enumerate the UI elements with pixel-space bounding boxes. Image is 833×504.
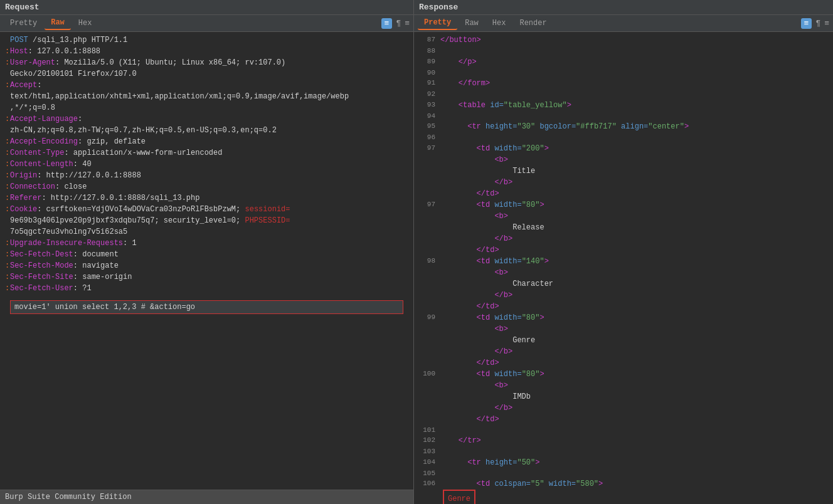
- tab-hex-response[interactable]: Hex: [486, 17, 512, 29]
- tab-raw-response[interactable]: Raw: [459, 17, 485, 29]
- line-text: Release: [440, 222, 830, 233]
- line-marker: :: [5, 181, 10, 192]
- request-line: text/html,application/xhtml+xml,applicat…: [0, 91, 413, 102]
- line-text: POST /sqli_13.php HTTP/1.1: [10, 34, 408, 46]
- format-icon-response[interactable]: ≡: [801, 18, 812, 29]
- response-line: 104 <tr height="50">: [414, 457, 833, 468]
- line-marker: :: [5, 80, 10, 91]
- line-text: <td width="80">: [440, 199, 830, 211]
- tab-render-response[interactable]: Render: [513, 17, 553, 29]
- tab-pretty-request[interactable]: Pretty: [4, 17, 43, 29]
- request-line: 7o5qgct7eu3vholng7v5i62sa5: [0, 226, 413, 238]
- line-text: 7o5qgct7eu3vholng7v5i62sa5: [10, 226, 408, 238]
- response-line: </b>: [414, 346, 833, 357]
- request-line: : Accept:: [0, 80, 413, 91]
- response-error-line: Genre: [414, 490, 833, 504]
- line-number: 102: [416, 435, 440, 446]
- line-text: </td>: [440, 301, 830, 312]
- line-text: </b>: [440, 346, 830, 357]
- wrap-icon-response[interactable]: ¶: [815, 19, 820, 28]
- line-text: </tr>: [440, 435, 830, 446]
- line-text: Sec-Fetch-Mode: navigate: [10, 260, 408, 271]
- response-line: Release: [414, 222, 833, 233]
- request-tabs-bar: Pretty Raw Hex ≡ ¶ ≡: [0, 15, 413, 32]
- line-number: [416, 154, 440, 165]
- line-text: Accept-Encoding: gzip, deflate: [10, 136, 408, 147]
- request-line: ,*/*;q=0.8: [0, 102, 413, 113]
- line-text: <td width="140">: [440, 256, 830, 267]
- line-text: <b>: [440, 323, 830, 335]
- line-number: [416, 357, 440, 369]
- response-line: 97 <td width="80">: [414, 199, 833, 211]
- line-number: [416, 335, 440, 346]
- line-marker: :: [5, 159, 10, 170]
- line-number: [416, 391, 440, 402]
- line-text: Character: [440, 278, 830, 290]
- line-number: [416, 211, 440, 222]
- line-number: 92: [416, 89, 440, 100]
- response-line: 92: [414, 89, 833, 100]
- response-line: 90: [414, 68, 833, 78]
- line-number: 88: [416, 46, 440, 56]
- response-line: 102 </tr>: [414, 435, 833, 446]
- line-text: Cookie: csrftoken=YdjOVoI4wDOVaCra03nzPo…: [10, 204, 408, 215]
- request-content: POST /sqli_13.php HTTP/1.1 : Host: 127.0…: [0, 32, 413, 490]
- response-line: 96: [414, 132, 833, 143]
- response-line: </td>: [414, 188, 833, 199]
- response-line: 99 <td width="80">: [414, 312, 833, 323]
- line-text: Content-Type: application/x-www-form-url…: [10, 147, 408, 159]
- line-text: </td>: [440, 357, 830, 369]
- line-text: Accept:: [10, 80, 408, 91]
- request-line: : Sec-Fetch-User: ?1: [0, 283, 413, 294]
- response-line: <b>: [414, 267, 833, 278]
- line-text: <td width="80">: [440, 369, 830, 380]
- line-number: [416, 301, 440, 312]
- response-line: 106 <td colspan="5" width="580">: [414, 478, 833, 490]
- line-marker: [5, 68, 10, 80]
- request-panel: Request Pretty Raw Hex ≡ ¶ ≡ POST /sqli_…: [0, 0, 414, 504]
- line-text: [440, 89, 830, 100]
- tab-raw-request[interactable]: Raw: [45, 16, 71, 30]
- line-marker: [5, 215, 10, 226]
- response-line: </b>: [414, 177, 833, 188]
- line-number: 90: [416, 68, 440, 78]
- line-text: Upgrade-Insecure-Requests: 1: [10, 238, 408, 249]
- line-number: [416, 290, 440, 301]
- line-number: 98: [416, 256, 440, 267]
- line-marker: :: [5, 170, 10, 181]
- response-line: 101: [414, 425, 833, 436]
- tab-hex-request[interactable]: Hex: [72, 17, 98, 29]
- response-line: 105: [414, 468, 833, 479]
- line-marker: [5, 91, 10, 102]
- response-line: Character: [414, 278, 833, 290]
- line-text: <table id="table_yellow">: [440, 100, 830, 111]
- response-line: </b>: [414, 290, 833, 301]
- wrap-icon-request[interactable]: ¶: [396, 19, 401, 28]
- menu-icon-request[interactable]: ≡: [405, 19, 410, 28]
- line-text: <tr height="30" bgcolor="#ffb717" align=…: [440, 121, 830, 132]
- line-text: zh-CN,zh;q=0.8,zh-TW;q=0.7,zh-HK;q=0.5,e…: [10, 125, 408, 136]
- line-number: 105: [416, 468, 440, 479]
- tab-pretty-response[interactable]: Pretty: [418, 16, 457, 30]
- line-marker: [5, 102, 10, 113]
- response-line: Title: [414, 165, 833, 177]
- line-text: [440, 132, 830, 143]
- response-line: Genre: [414, 335, 833, 346]
- line-text: [440, 425, 830, 436]
- response-line: 91 </form>: [414, 78, 833, 89]
- response-line: 87 </button>: [414, 34, 833, 46]
- line-number: 103: [416, 446, 440, 457]
- line-marker: :: [5, 238, 10, 249]
- line-number: [416, 244, 440, 256]
- response-line: 103: [414, 446, 833, 457]
- line-text: [440, 46, 830, 56]
- format-icon-request[interactable]: ≡: [381, 18, 393, 29]
- line-text: Origin: http://127.0.0.1:8888: [10, 170, 408, 181]
- menu-icon-response[interactable]: ≡: [824, 19, 829, 28]
- line-number: 97: [416, 143, 440, 154]
- request-line: : Accept-Language:: [0, 113, 413, 125]
- line-number: [416, 380, 440, 391]
- line-text: </b>: [440, 290, 830, 301]
- line-marker: [5, 226, 10, 238]
- post-body-input[interactable]: movie=1' union select 1,2,3 # &action=go: [10, 300, 403, 314]
